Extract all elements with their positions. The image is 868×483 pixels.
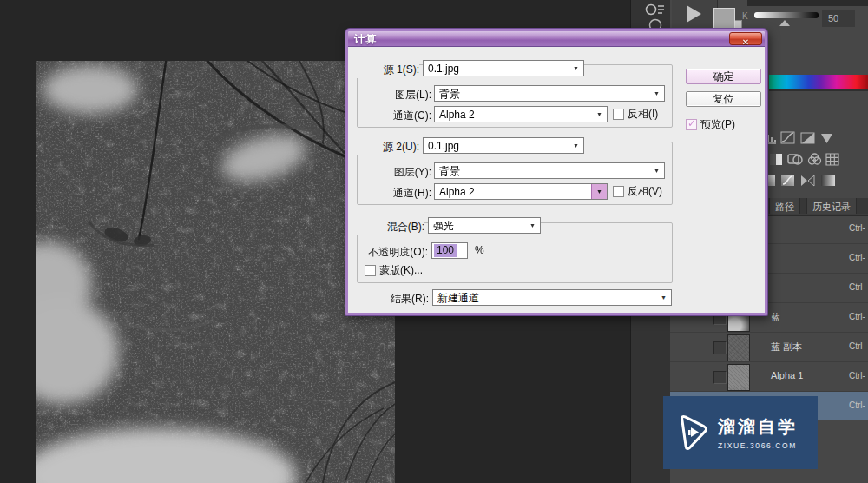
channel-shortcut: Ctrl- — [849, 341, 865, 351]
source1-channel-select[interactable]: Alpha 2 ▼ — [434, 106, 608, 122]
watermark: 溜溜自学 ZIXUE.3066.COM — [663, 396, 818, 469]
vibrance-adjustment-icon[interactable] — [819, 132, 835, 146]
channel-shortcut: Ctrl- — [849, 282, 865, 292]
document-image — [36, 61, 395, 483]
dialog-body: 源 1(S): 0.1.jpg ▼ 图层(L): 背景 ▼ 通道(C): Alp… — [348, 46, 765, 313]
watermark-title: 溜溜自学 — [718, 415, 798, 439]
source2-file-value: 0.1.jpg — [428, 139, 459, 153]
blend-mode-value: 强光 — [433, 219, 454, 233]
channel-name: 蓝 — [771, 311, 780, 324]
check-icon: ✓ — [687, 117, 696, 129]
source1-layer-value: 背景 — [439, 87, 460, 101]
black-white-adjustment-icon[interactable] — [769, 153, 785, 167]
result-select[interactable]: 新建通道 ▼ — [432, 289, 672, 306]
foreground-color-swatch[interactable] — [713, 8, 735, 29]
channel-shortcut: Ctrl- — [849, 371, 865, 380]
watermark-subtitle: ZIXUE.3066.COM — [718, 441, 798, 450]
source2-label: 源 2(U): — [348, 139, 419, 155]
source2-layer-value: 背景 — [439, 164, 460, 178]
color-lookup-adjustment-icon[interactable] — [825, 153, 841, 167]
source2-channel-label: 通道(H): — [348, 185, 431, 202]
invert2-checkbox[interactable] — [613, 186, 624, 197]
play-button[interactable] — [672, 0, 718, 30]
opacity-input[interactable]: 100 — [431, 242, 468, 259]
tab-history[interactable]: 历史记录 — [806, 198, 857, 215]
source1-file-select[interactable]: 0.1.jpg ▼ — [423, 60, 584, 76]
channel-mixer-adjustment-icon[interactable] — [807, 152, 823, 166]
photo-filter-adjustment-icon[interactable] — [787, 152, 803, 166]
calculations-dialog: 计算 ✕ 源 1(S): 0.1.jpg ▼ 图层(L): 背景 ▼ 通道(C)… — [345, 29, 767, 315]
blend-mode-select[interactable]: 强光 ▼ — [428, 217, 541, 234]
close-button[interactable]: ✕ — [729, 32, 762, 45]
curves-adjustment-icon[interactable] — [780, 131, 796, 145]
result-value: 新建通道 — [437, 291, 479, 305]
channel-name: 蓝 副本 — [771, 341, 802, 354]
channel-row-blue-copy[interactable]: 蓝 副本 Ctrl- — [670, 332, 868, 361]
k-slider-thumb[interactable] — [779, 20, 790, 26]
channel-row-alpha1[interactable]: Alpha 1 Ctrl- — [670, 361, 868, 391]
channel-shortcut: Ctrl- — [849, 253, 865, 262]
source1-label: 源 1(S): — [348, 62, 419, 78]
gradient-adjustment-icon[interactable] — [780, 174, 796, 188]
channel-name: Alpha 1 — [771, 370, 803, 380]
invert1-label: 反相(I) — [628, 108, 658, 121]
opacity-label: 不透明度(O): — [348, 244, 428, 261]
source1-file-value: 0.1.jpg — [428, 62, 459, 76]
invert1-checkbox[interactable] — [613, 109, 624, 120]
blend-label: 混合(B): — [348, 219, 424, 235]
result-label: 结果(R): — [348, 291, 429, 308]
source1-layer-label: 图层(L): — [348, 87, 431, 103]
chevron-down-icon: ▼ — [573, 142, 579, 149]
channel-shortcut: Ctrl- — [849, 223, 865, 233]
k-channel-label: K — [742, 11, 748, 21]
visibility-toggle[interactable] — [713, 341, 727, 354]
chevron-down-icon: ▼ — [654, 90, 660, 97]
chevron-down-icon: ▼ — [596, 111, 602, 118]
reset-button[interactable]: 复位 — [686, 91, 761, 107]
source2-layer-label: 图层(Y): — [348, 164, 431, 181]
k-slider-track[interactable] — [754, 12, 819, 18]
play-icon — [687, 5, 701, 23]
mask-label: 蒙版(K)... — [379, 264, 423, 277]
channel-shortcut: Ctrl- — [849, 312, 865, 321]
source1-channel-value: Alpha 2 — [439, 108, 475, 122]
invert-adjustment-icon[interactable] — [800, 175, 816, 189]
chevron-down-icon: ▼ — [573, 65, 579, 72]
opacity-value: 100 — [434, 244, 457, 257]
channel-thumbnail — [727, 334, 750, 361]
preview-checkbox[interactable]: ✓ — [686, 119, 697, 130]
dock-panel-icon[interactable] — [645, 3, 666, 17]
source2-channel-value: Alpha 2 — [439, 185, 475, 199]
source2-file-select[interactable]: 0.1.jpg ▼ — [423, 137, 584, 154]
channel-shortcut: Ctrl- — [849, 400, 865, 410]
source2-channel-select[interactable]: Alpha 2 ▼ — [434, 183, 608, 200]
ok-button[interactable]: 确定 — [686, 69, 761, 84]
chevron-down-icon: ▼ — [529, 222, 536, 229]
source2-layer-select[interactable]: 背景 ▼ — [434, 162, 665, 179]
visibility-toggle[interactable] — [713, 371, 727, 384]
panel-top-strip — [747, 0, 868, 6]
source1-layer-select[interactable]: 背景 ▼ — [434, 85, 665, 102]
invert2-label: 反相(V) — [628, 185, 662, 198]
k-value-field[interactable]: 50 — [822, 10, 855, 27]
source1-channel-label: 通道(C): — [348, 108, 431, 124]
posterize-adjustment-icon[interactable] — [820, 175, 836, 189]
opacity-unit: % — [475, 244, 484, 257]
preview-label: 预览(P) — [700, 118, 735, 131]
photoshop-workspace: K 50 路径 历史记录 — [0, 0, 868, 483]
chevron-down-icon: ▼ — [661, 294, 667, 301]
channel-thumbnail — [727, 364, 750, 391]
color-spectrum-bar[interactable] — [769, 75, 868, 91]
dialog-titlebar[interactable]: 计算 — [348, 31, 765, 47]
mask-checkbox[interactable] — [365, 265, 376, 276]
chevron-down-icon[interactable]: ▼ — [591, 184, 607, 199]
tab-paths[interactable]: 路径 — [769, 198, 800, 215]
watermark-play-icon — [674, 413, 710, 453]
chevron-down-icon: ▼ — [654, 168, 660, 175]
dialog-title: 计算 — [354, 32, 377, 47]
exposure-adjustment-icon[interactable] — [800, 132, 816, 146]
